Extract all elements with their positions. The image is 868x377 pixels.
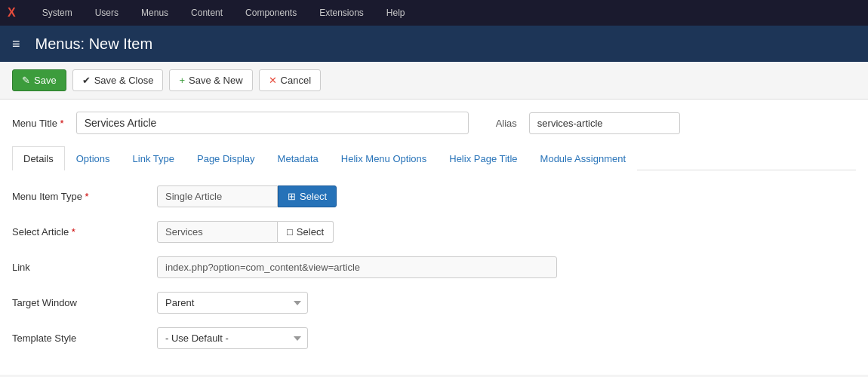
menu-item-type-value: Single Article ⊞ Select [157,185,337,207]
menu-title-row: Menu Title * Alias [12,112,856,134]
menu-title-input[interactable] [76,112,469,134]
tab-page-display[interactable]: Page Display [186,146,266,170]
tab-metadata[interactable]: Metadata [266,146,330,170]
nav-menus[interactable]: Menus [137,8,172,18]
select-grid-icon: ⊞ [288,191,296,202]
doc-icon: □ [287,226,293,238]
target-window-value: Parent _blank _self _top [157,292,308,314]
menu-item-type-text: Single Article [157,185,278,207]
tab-module-assignment[interactable]: Module Assignment [529,146,637,170]
target-window-label: Target Window [12,297,148,308]
toolbar: ✎ Save ✔ Save & Close + Save & New ✕ Can… [0,62,868,100]
alias-input[interactable] [529,112,680,134]
menu-item-type-select-button[interactable]: ⊞ Select [278,185,337,207]
link-input[interactable] [157,256,557,278]
template-style-value: - Use Default - [157,327,308,349]
target-window-row: Target Window Parent _blank _self _top [12,292,856,314]
select-article-value: Services □ Select [157,221,334,243]
required-asterisk-type: * [85,191,89,202]
link-value [157,256,557,278]
nav-system[interactable]: System [38,8,76,18]
link-row: Link [12,256,856,278]
menu-item-type-row: Menu Item Type * Single Article ⊞ Select [12,185,856,207]
menu-item-type-select-label: Select [300,191,327,202]
tab-options[interactable]: Options [65,146,122,170]
page-title: Menus: New Item [35,35,153,53]
save-new-button[interactable]: + Save & New [169,69,252,91]
plus-icon: + [179,75,185,86]
save-button[interactable]: ✎ Save [12,69,66,91]
tabs-container: Details Options Link Type Page Display M… [12,146,856,170]
save-close-button[interactable]: ✔ Save & Close [72,69,164,91]
template-style-row: Template Style - Use Default - [12,327,856,349]
tab-link-type[interactable]: Link Type [122,146,186,170]
template-style-select[interactable]: - Use Default - [157,327,308,349]
select-article-row: Select Article * Services □ Select [12,221,856,243]
required-asterisk-article: * [72,226,75,238]
alias-label: Alias [496,118,517,129]
save-new-label: Save & New [189,75,243,86]
nav-extensions[interactable]: Extensions [315,8,368,18]
tab-details[interactable]: Details [12,146,65,170]
select-article-label: Select Article * [12,226,148,238]
save-close-label: Save & Close [94,75,154,86]
top-nav: X System Users Menus Content Components … [0,0,868,26]
required-asterisk: * [60,118,64,129]
select-article-text: Services [157,221,278,243]
nav-content[interactable]: Content [187,8,226,18]
joomla-logo: X [8,6,16,20]
main-content: Menu Title * Alias Details Options Link … [0,100,868,375]
cancel-button[interactable]: ✕ Cancel [259,69,321,91]
menu-grid-icon: ≡ [12,36,20,52]
target-window-select[interactable]: Parent _blank _self _top [157,292,308,314]
tab-helix-page-title[interactable]: Helix Page Title [438,146,528,170]
cancel-label: Cancel [281,75,311,86]
template-style-label: Template Style [12,333,148,344]
tab-helix-menu-options[interactable]: Helix Menu Options [330,146,438,170]
header-bar: ≡ Menus: New Item [0,26,868,62]
nav-help[interactable]: Help [383,8,409,18]
save-label: Save [34,75,57,86]
cancel-icon: ✕ [269,75,277,86]
save-icon: ✎ [22,75,30,86]
menu-item-type-label: Menu Item Type * [12,191,148,202]
nav-users[interactable]: Users [91,8,122,18]
select-article-select-button[interactable]: □ Select [278,221,334,243]
nav-components[interactable]: Components [242,8,300,18]
link-label: Link [12,262,148,273]
menu-title-label: Menu Title * [12,118,64,129]
select-article-select-label: Select [297,226,324,238]
checkmark-icon: ✔ [82,75,91,86]
